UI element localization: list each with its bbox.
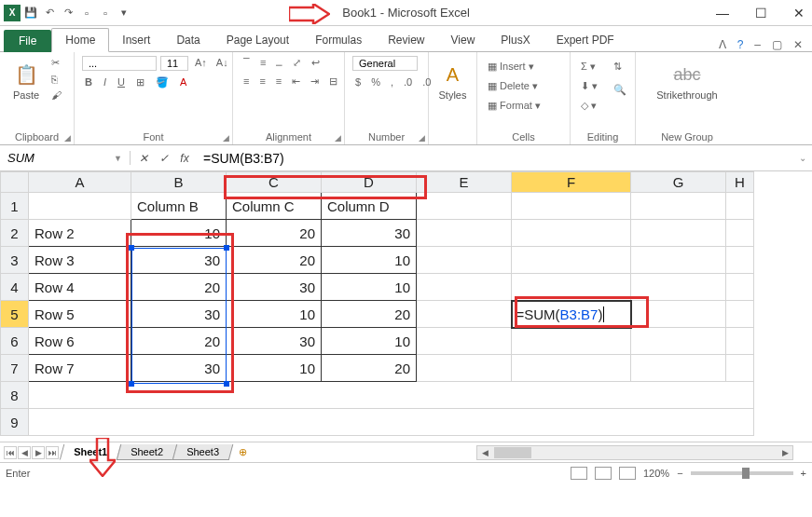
align-left-icon[interactable]: ≡: [241, 75, 252, 88]
cell[interactable]: Row 6: [29, 328, 131, 355]
formula-bar-input[interactable]: =SUM(B3:B7): [198, 151, 793, 166]
cell[interactable]: 20: [227, 247, 322, 274]
worksheet-grid[interactable]: A B C D E F G H 1 Column B Column C Colu…: [0, 171, 812, 442]
number-format-select[interactable]: General: [352, 56, 418, 71]
cell[interactable]: 20: [131, 328, 227, 355]
page-layout-tab[interactable]: Page Layout: [213, 29, 302, 51]
enter-formula-icon[interactable]: ✓: [155, 152, 173, 165]
format-painter-icon[interactable]: 🖌: [48, 88, 64, 102]
name-box[interactable]: SUM ▼: [0, 151, 131, 165]
formulas-tab[interactable]: Formulas: [302, 29, 375, 51]
styles-button[interactable]: A Styles: [436, 56, 469, 104]
scroll-left-icon[interactable]: ◀: [477, 448, 492, 457]
fill-color-icon[interactable]: 🪣: [153, 75, 172, 89]
insert-cells-button[interactable]: ▦ Insert ▾: [485, 60, 562, 74]
cell[interactable]: 30: [131, 355, 227, 382]
cut-icon[interactable]: ✂: [48, 56, 64, 70]
cell[interactable]: 10: [322, 247, 417, 274]
italic-button[interactable]: I: [101, 75, 109, 89]
file-tab[interactable]: File: [4, 30, 51, 52]
close-button[interactable]: ✕: [793, 6, 805, 20]
find-select-icon[interactable]: 🔍: [611, 83, 629, 97]
col-header[interactable]: C: [227, 172, 322, 193]
bold-button[interactable]: B: [82, 75, 95, 89]
format-cells-button[interactable]: ▦ Format ▾: [485, 99, 562, 113]
cell[interactable]: 30: [322, 220, 417, 247]
cell[interactable]: 10: [322, 328, 417, 355]
cell[interactable]: Column C: [227, 193, 322, 220]
view-tab[interactable]: View: [438, 29, 489, 51]
font-size-select[interactable]: 11: [160, 56, 188, 71]
currency-icon[interactable]: $: [352, 75, 364, 88]
expert-pdf-tab[interactable]: Expert PDF: [544, 29, 627, 51]
copy-icon[interactable]: ⎘: [48, 73, 64, 86]
cell[interactable]: 30: [227, 328, 322, 355]
border-icon[interactable]: ⊞: [133, 75, 147, 89]
page-break-view-icon[interactable]: [619, 467, 636, 480]
comma-icon[interactable]: ,: [388, 75, 396, 88]
zoom-level[interactable]: 120%: [643, 468, 669, 479]
cell[interactable]: Column D: [322, 193, 417, 220]
merge-icon[interactable]: ⊟: [326, 75, 340, 88]
zoom-slider[interactable]: [691, 471, 793, 475]
normal-view-icon[interactable]: [571, 467, 587, 480]
decrease-indent-icon[interactable]: ⇤: [289, 75, 303, 88]
cancel-formula-icon[interactable]: ✕: [134, 152, 153, 165]
increase-decimal-icon[interactable]: .0: [401, 75, 415, 88]
maximize-button[interactable]: ☐: [755, 6, 767, 20]
cell[interactable]: 20: [131, 274, 227, 301]
font-color-icon[interactable]: A: [177, 75, 189, 89]
scroll-right-icon[interactable]: ▶: [778, 448, 792, 457]
row-header[interactable]: 3: [1, 247, 29, 274]
save-icon[interactable]: 💾: [22, 5, 39, 21]
sheet-nav-next-icon[interactable]: ▶: [32, 446, 45, 459]
cell[interactable]: Column B: [131, 193, 227, 220]
name-box-dropdown-icon[interactable]: ▼: [114, 154, 122, 163]
cell[interactable]: 30: [227, 274, 322, 301]
sheet-tab[interactable]: Sheet3: [172, 444, 233, 460]
cell[interactable]: Row 3: [29, 247, 131, 274]
col-header[interactable]: F: [512, 172, 631, 193]
increase-indent-icon[interactable]: ⇥: [308, 75, 322, 88]
ribbon-minimize-icon[interactable]: ᐱ: [719, 38, 726, 51]
undo-icon[interactable]: ↶: [41, 5, 58, 21]
cell[interactable]: Row 4: [29, 274, 131, 301]
col-header[interactable]: A: [29, 172, 131, 193]
row-header[interactable]: 7: [1, 355, 29, 382]
cell[interactable]: Row 2: [29, 220, 131, 247]
decrease-font-icon[interactable]: A↓: [213, 56, 231, 71]
doc-minimize-icon[interactable]: –: [754, 38, 761, 51]
page-layout-view-icon[interactable]: [595, 467, 612, 480]
cell[interactable]: 10: [227, 301, 322, 328]
insert-tab[interactable]: Insert: [109, 29, 163, 51]
data-tab[interactable]: Data: [163, 29, 213, 51]
new-sheet-icon[interactable]: ⊕: [231, 444, 255, 460]
review-tab[interactable]: Review: [375, 29, 437, 51]
plusx-tab[interactable]: PlusX: [488, 29, 543, 51]
increase-font-icon[interactable]: A↑: [192, 56, 210, 71]
qat-btn-2[interactable]: ▫: [97, 5, 114, 21]
cell[interactable]: 30: [131, 301, 227, 328]
align-bottom-icon[interactable]: ⎽: [273, 56, 285, 70]
underline-button[interactable]: U: [115, 75, 128, 89]
delete-cells-button[interactable]: ▦ Delete ▾: [485, 79, 562, 93]
col-header[interactable]: D: [322, 172, 417, 193]
clipboard-launcher-icon[interactable]: ◢: [64, 133, 71, 143]
cell[interactable]: 10: [227, 355, 322, 382]
sheet-tab[interactable]: Sheet2: [117, 444, 177, 460]
align-center-icon[interactable]: ≡: [256, 75, 268, 88]
alignment-launcher-icon[interactable]: ◢: [335, 133, 341, 143]
horizontal-scrollbar[interactable]: ◀ ▶: [476, 445, 793, 460]
doc-restore-icon[interactable]: ▢: [772, 38, 782, 51]
cell[interactable]: 10: [322, 274, 417, 301]
cell[interactable]: Row 7: [29, 355, 131, 382]
sheet-nav-first-icon[interactable]: ⏮: [4, 446, 17, 459]
font-family-select[interactable]: ...: [82, 56, 157, 71]
expand-formula-bar-icon[interactable]: ⌄: [793, 153, 812, 163]
qat-dropdown-icon[interactable]: ▾: [116, 5, 132, 21]
align-top-icon[interactable]: ⎺: [241, 56, 253, 70]
home-tab[interactable]: Home: [51, 28, 109, 52]
row-header[interactable]: 9: [1, 409, 29, 436]
font-launcher-icon[interactable]: ◢: [223, 133, 229, 143]
strikethrough-button[interactable]: abc Strikethrough: [643, 56, 731, 104]
